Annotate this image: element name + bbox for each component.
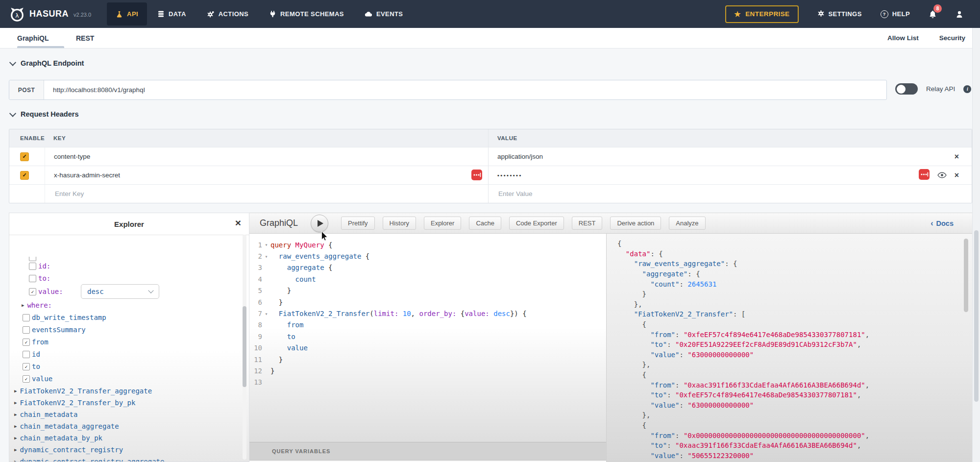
header-key[interactable]: content-type	[54, 153, 90, 160]
tree-label[interactable]: value:	[38, 288, 63, 295]
tree-label[interactable]: id:	[38, 262, 50, 270]
fold-arrow-icon[interactable]: ▾	[262, 311, 270, 316]
enable-checkbox[interactable]: ✓	[20, 171, 29, 180]
cache-button[interactable]: Cache	[469, 217, 501, 230]
tree-label[interactable]: chain_metadata_aggregate	[20, 422, 119, 430]
remove-header-icon[interactable]: ×	[955, 171, 959, 179]
scrollbar-thumb[interactable]	[964, 239, 968, 312]
history-button[interactable]: History	[383, 217, 416, 230]
tree-label[interactable]: chain_metadata_by_pk	[20, 434, 102, 442]
tree-label[interactable]: eventsSummary	[32, 326, 86, 334]
tree-item-orderby-id[interactable]: id:	[29, 260, 50, 272]
derive-action-button[interactable]: Derive action	[610, 217, 661, 230]
tree-item-from[interactable]: ✓ from	[23, 336, 49, 348]
new-header-value-input[interactable]	[497, 190, 656, 198]
tree-item-orderby-value[interactable]: ✓ value: desc	[29, 286, 63, 297]
allow-list-link[interactable]: Allow List	[887, 34, 919, 42]
scrollbar-thumb[interactable]	[243, 306, 246, 387]
docs-link[interactable]: ‹ Docs	[931, 219, 954, 228]
fold-arrow-icon[interactable]: ▾	[262, 254, 270, 259]
tree-label[interactable]: dynamic_contract_registry_aggregate	[20, 458, 164, 462]
tree-expand-arrow-icon[interactable]: ▶	[14, 389, 17, 393]
prettify-button[interactable]: Prettify	[341, 217, 374, 230]
order-direction-dropdown[interactable]: desc	[81, 284, 159, 299]
query-editor[interactable]: 1▾query MyQuery { 2▾ raw_events_aggregat…	[249, 234, 606, 442]
close-icon[interactable]: ×	[235, 218, 241, 228]
checkbox-checked-icon[interactable]: ✓	[23, 375, 30, 383]
settings-button[interactable]: SETTINGS	[817, 10, 862, 19]
nav-item-api[interactable]: API	[107, 2, 147, 25]
tab-rest[interactable]: REST	[76, 28, 94, 48]
tab-graphiql[interactable]: GraphiQL	[17, 28, 64, 48]
tree-item-id[interactable]: id	[23, 348, 40, 360]
tree-item-fiattoken-by-pk[interactable]: ▶ FiatTokenV2_2_Transfer_by_pk	[14, 397, 135, 409]
endpoint-url-input[interactable]	[44, 80, 886, 99]
security-link[interactable]: Security	[939, 34, 965, 42]
tree-item-db-write-timestamp[interactable]: db_write_timestamp	[23, 312, 106, 323]
checkbox-checked-icon[interactable]: ✓	[29, 288, 36, 295]
masked-secret-value[interactable]: ••••••••	[497, 172, 522, 178]
tree-item-fiattoken-aggregate[interactable]: ▶ FiatTokenV2_2_Transfer_aggregate	[14, 385, 152, 397]
tree-label[interactable]: to:	[38, 274, 50, 282]
nav-item-data[interactable]: DATA	[147, 0, 196, 28]
tree-label[interactable]: db_write_timestamp	[32, 314, 106, 321]
tree-item-value[interactable]: ✓ value	[23, 373, 52, 385]
tree-expand-arrow-icon[interactable]: ▶	[14, 447, 17, 452]
tree-label[interactable]: to	[32, 363, 40, 370]
page-scrollbar[interactable]	[972, 28, 980, 462]
tree-label[interactable]: FiatTokenV2_2_Transfer_aggregate	[20, 387, 152, 395]
chevron-down-icon[interactable]	[9, 59, 16, 66]
tree-item-orderby-to[interactable]: to:	[29, 272, 50, 284]
tree-label[interactable]: id	[32, 350, 40, 358]
checkbox-icon[interactable]	[23, 351, 30, 358]
tree-label[interactable]: where:	[27, 301, 52, 309]
response-scrollbar[interactable]	[964, 239, 968, 454]
tree-item-where[interactable]: ▶ where:	[22, 299, 52, 311]
tree-expand-arrow-icon[interactable]: ▶	[14, 436, 17, 440]
tree-item-chain-metadata-aggregate[interactable]: ▶ chain_metadata_aggregate	[14, 420, 119, 432]
new-header-key-input[interactable]	[54, 190, 213, 198]
header-value[interactable]: application/json	[497, 153, 543, 160]
explorer-scrollbar[interactable]	[243, 235, 246, 460]
checkbox-icon[interactable]	[29, 263, 36, 270]
hasura-logo-icon[interactable]: λ	[9, 5, 25, 23]
nav-item-events[interactable]: EVENTS	[354, 0, 413, 28]
tree-item-chain-metadata-by-pk[interactable]: ▶ chain_metadata_by_pk	[14, 432, 102, 444]
checkbox-icon[interactable]	[23, 314, 30, 321]
tree-expand-arrow-icon[interactable]: ▶	[14, 400, 17, 405]
code-exporter-button[interactable]: Code Exporter	[509, 217, 564, 230]
checkbox-checked-icon[interactable]: ✓	[23, 363, 30, 370]
query-variables-bar[interactable]: QUERY VARIABLES	[249, 442, 606, 461]
relay-api-toggle[interactable]	[895, 83, 918, 95]
checkbox-icon[interactable]	[23, 326, 30, 334]
tree-expand-arrow-icon[interactable]: ▶	[14, 412, 17, 417]
tree-label[interactable]: FiatTokenV2_2_Transfer_by_pk	[20, 399, 135, 407]
analyze-button[interactable]: Analyze	[669, 217, 705, 230]
fold-arrow-icon[interactable]: ▾	[262, 242, 270, 247]
chevron-down-icon[interactable]	[9, 110, 16, 117]
scrollbar-thumb[interactable]	[974, 230, 979, 402]
execute-query-button[interactable]	[311, 215, 328, 232]
header-key[interactable]: x-hasura-admin-secret	[54, 171, 120, 179]
rest-button[interactable]: REST	[572, 217, 603, 230]
nav-item-remote-schemas[interactable]: REMOTE SCHEMAS	[259, 0, 354, 28]
tree-item-to[interactable]: ✓ to	[23, 361, 40, 372]
tree-label[interactable]: from	[32, 338, 49, 346]
tree-expand-arrow-icon[interactable]: ▶	[14, 424, 17, 429]
tree-expand-arrow-icon[interactable]: ▶	[14, 459, 17, 462]
enterprise-button[interactable]: ★ ENTERPRISE	[725, 5, 798, 23]
help-button[interactable]: ? HELP	[881, 10, 910, 18]
checkbox-checked-icon[interactable]: ✓	[23, 339, 30, 346]
tree-item-events-summary[interactable]: eventsSummary	[23, 324, 86, 336]
remove-header-icon[interactable]: ×	[955, 153, 959, 161]
tree-label[interactable]: chain_metadata	[20, 411, 77, 418]
info-icon[interactable]: i	[963, 85, 971, 93]
user-menu-button[interactable]	[956, 10, 963, 18]
tree-item-dynamic-contract-registry[interactable]: ▶ dynamic_contract_registry	[14, 444, 123, 456]
tree-label[interactable]: value	[32, 375, 52, 383]
explorer-button[interactable]: Explorer	[424, 217, 461, 230]
enable-checkbox[interactable]: ✓	[20, 152, 29, 161]
tree-item-dynamic-contract-registry-aggregate[interactable]: ▶ dynamic_contract_registry_aggregate	[14, 456, 164, 462]
tree-expand-arrow-icon[interactable]: ▶	[22, 303, 24, 308]
checkbox-icon[interactable]	[29, 275, 36, 282]
